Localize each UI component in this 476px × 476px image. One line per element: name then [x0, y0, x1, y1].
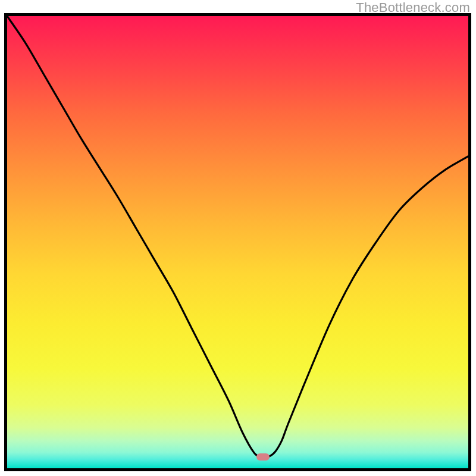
curve-svg: [7, 16, 468, 468]
optimal-point-marker: [256, 453, 270, 461]
plot-area: [7, 16, 468, 468]
bottleneck-curve: [7, 16, 468, 458]
chart-frame: [4, 13, 471, 471]
